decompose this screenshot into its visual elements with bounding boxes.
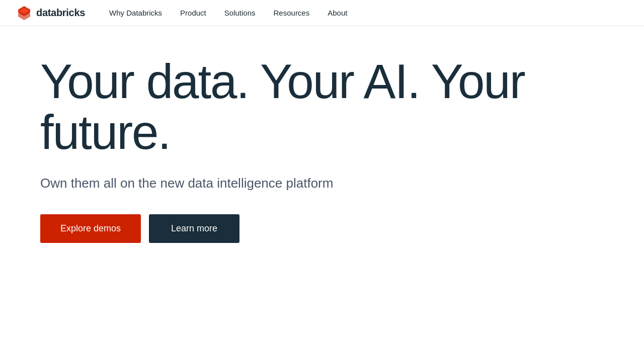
nav-link-about[interactable]: About — [328, 9, 347, 17]
explore-demos-button[interactable]: Explore demos — [40, 214, 141, 243]
logo-text: databricks — [36, 7, 85, 19]
nav-link-product[interactable]: Product — [180, 9, 206, 17]
nav-link-resources[interactable]: Resources — [274, 9, 310, 17]
nav-item-why[interactable]: Why Databricks — [109, 9, 162, 18]
hero-headline: Your data. Your AI. Your future. — [40, 56, 594, 158]
databricks-logo-icon — [16, 5, 32, 21]
navbar: databricks Why Databricks Product Soluti… — [0, 0, 644, 26]
nav-link-solutions[interactable]: Solutions — [224, 9, 256, 17]
nav-item-about[interactable]: About — [328, 9, 347, 18]
learn-more-button[interactable]: Learn more — [149, 214, 239, 243]
nav-item-resources[interactable]: Resources — [274, 9, 310, 18]
nav-links: Why Databricks Product Solutions Resourc… — [109, 9, 347, 18]
hero-section: Your data. Your AI. Your future. Own the… — [0, 26, 644, 243]
nav-item-product[interactable]: Product — [180, 9, 206, 18]
hero-subtitle: Own them all on the new data intelligenc… — [40, 174, 604, 192]
nav-link-why[interactable]: Why Databricks — [109, 9, 162, 17]
cta-group: Explore demos Learn more — [40, 214, 604, 243]
logo-area: databricks — [16, 5, 85, 21]
nav-item-solutions[interactable]: Solutions — [224, 9, 256, 18]
